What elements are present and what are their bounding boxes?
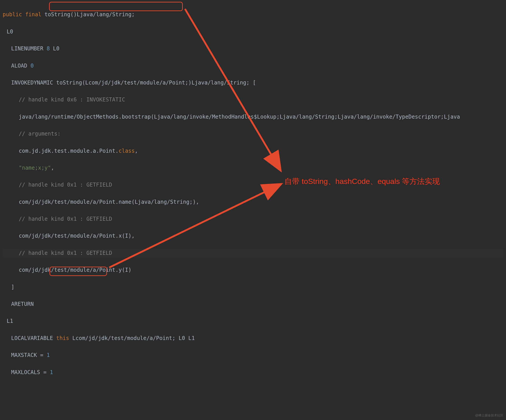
m1-c-args: // arguments: [19, 131, 61, 137]
m1-namexy: "name;x;y" [19, 165, 51, 171]
m1-c-handle6: // handle kind 0x6 : INVOKESTATIC [19, 97, 125, 103]
m1-l0: L0 [7, 28, 13, 35]
watermark: @稀土掘金技术社区 [475, 413, 503, 418]
m1-pointclass-kw: class [119, 148, 135, 154]
bytecode-listing: public final toString()Ljava/lang/String… [0, 0, 506, 420]
m1-pointclass-pre: com.jd.jdk.test.module.a.Point. [19, 148, 119, 154]
highlight-box-hashcode [49, 267, 107, 276]
m1-maxlocals-num: 1 [50, 369, 53, 375]
m1-linenumber-pre: LINENUMBER [11, 46, 47, 52]
m1-areturn: ARETURN [11, 301, 34, 307]
m1-localvar-this: this [56, 335, 69, 341]
m1-linenumber-post: L0 [50, 46, 59, 52]
m1-getf-x: com/jd/jdk/test/module/a/Point.x(I), [19, 233, 135, 239]
m1-aload-pre: ALOAD [11, 63, 31, 69]
m1-bootstrap: java/lang/runtime/ObjectMethods.bootstra… [19, 114, 460, 120]
m1-pointclass-post: , [135, 148, 138, 154]
m1-comma1: , [51, 165, 54, 171]
m1-invokedyn: INVOKEDYNAMIC toString(Lcom/jd/jdk/test/… [11, 80, 256, 86]
m1-localvar-pre: LOCALVARIABLE [11, 335, 56, 341]
m1-c-handle1-b: // handle kind 0x1 : GETFIELD [19, 216, 112, 222]
m1-linenumber-num: 8 [47, 46, 50, 52]
m1-close-br: ] [11, 284, 14, 290]
m1-maxstack-num: 1 [47, 352, 50, 358]
m1-aload-num: 0 [31, 63, 34, 69]
m1-getf-name: com/jd/jdk/test/module/a/Point.name(Ljav… [19, 199, 199, 205]
sig1-prefix: public final [3, 11, 45, 18]
m1-maxstack-pre: MAXSTACK = [11, 352, 47, 358]
m1-maxlocals-pre: MAXLOCALS = [11, 369, 50, 375]
m1-localvar-post: Lcom/jd/jdk/test/module/a/Point; L0 L1 [69, 335, 195, 341]
annotation-text: 自带 toString、hashCode、equals 等方法实现 [284, 175, 440, 187]
m1-l1: L1 [7, 318, 13, 324]
highlight-box-tostring [49, 2, 183, 11]
m1-c-handle1-a: // handle kind 0x1 : GETFIELD [19, 182, 112, 188]
sig1-name: toString()Ljava/lang/String; [45, 11, 135, 18]
m1-c-handle1-c: // handle kind 0x1 : GETFIELD [19, 250, 112, 256]
